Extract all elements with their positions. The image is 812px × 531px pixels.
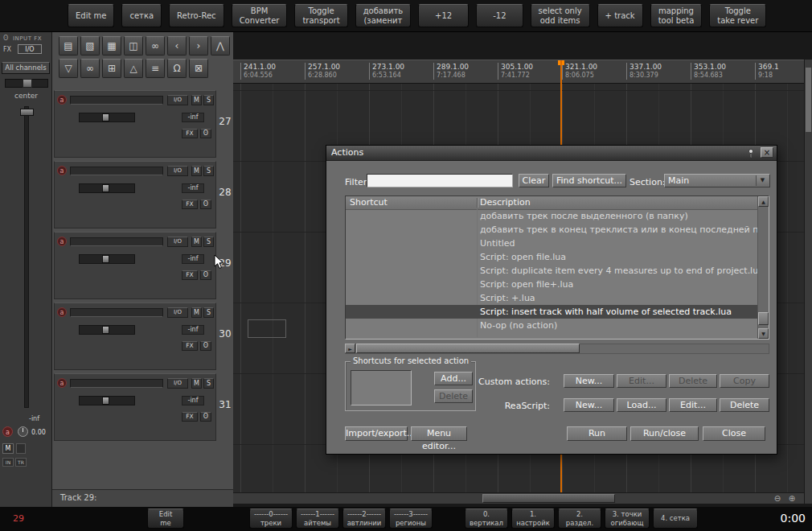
track-name-field[interactable]: [70, 237, 163, 246]
track-name-field[interactable]: [70, 308, 163, 317]
solo-button[interactable]: S: [203, 166, 214, 176]
custom-delete-button[interactable]: Delete: [669, 374, 717, 388]
bottom-button-tracks[interactable]: ------0------ треки: [249, 508, 293, 529]
toolbar-button-retro-rec[interactable]: Retro-Rec: [169, 4, 224, 27]
volume-readout[interactable]: -inf: [182, 396, 204, 405]
chevron-down-icon[interactable]: ▼: [756, 175, 769, 186]
copy-icon[interactable]: ◫: [124, 36, 143, 56]
master-io-button[interactable]: I/O: [18, 44, 42, 54]
fader-handle[interactable]: [102, 184, 109, 192]
scroll-right-icon[interactable]: ►: [345, 344, 355, 353]
bottom-button-regions[interactable]: ------3------ регионы: [389, 508, 433, 529]
mute-button[interactable]: M: [191, 307, 202, 318]
record-arm-button[interactable]: a: [57, 95, 67, 105]
list-vertical-scrollbar[interactable]: ▲ ▼: [757, 196, 769, 339]
toolbar-button-minus-12[interactable]: -12: [476, 4, 523, 27]
master-fader-handle[interactable]: [20, 109, 34, 116]
volume-readout[interactable]: -inf: [182, 325, 204, 335]
fx-button[interactable]: FX: [182, 129, 198, 138]
horizontal-scrollbar[interactable]: ⊖ ⊕: [233, 492, 804, 504]
column-divider[interactable]: [477, 198, 478, 208]
bottom-button-autolines[interactable]: ------2------ автлинии: [342, 508, 386, 529]
bottom-button-0-vertical[interactable]: 0. вертикал: [465, 508, 508, 529]
bottom-button-edit-me[interactable]: Edit me: [147, 508, 184, 529]
fx-power-button[interactable]: ʘ: [200, 412, 211, 422]
fx-power-button[interactable]: ʘ: [200, 129, 211, 138]
vertical-scrollbar[interactable]: [804, 60, 812, 504]
custom-new-button[interactable]: New...: [564, 374, 614, 388]
bottom-button-items[interactable]: ------1------ айтемы: [296, 508, 339, 529]
action-row[interactable]: добавить трек в конец треклиста или в ко…: [346, 223, 757, 237]
action-row[interactable]: Untitled: [346, 237, 757, 250]
action-row[interactable]: No-op (no action): [346, 319, 757, 332]
io-button[interactable]: I/O: [167, 166, 188, 176]
zoom-out-icon[interactable]: ⊖: [772, 493, 783, 504]
ripple-icon[interactable]: ≡: [146, 59, 165, 78]
shortcut-listbox[interactable]: [351, 370, 412, 405]
fx-power-button[interactable]: ʘ: [200, 270, 211, 280]
menu-editor-button[interactable]: Menu editor...: [411, 426, 467, 441]
master-power-icon[interactable]: ʘ: [3, 35, 8, 42]
fx-button[interactable]: FX: [182, 341, 198, 351]
toolbar-button-toggle-transport[interactable]: Toggle transport: [294, 4, 347, 27]
track-row[interactable]: a I/O M S -inf FX ʘ: [54, 232, 216, 299]
snap-icon[interactable]: Ω: [167, 59, 187, 78]
lock-icon[interactable]: ⊠: [189, 59, 208, 78]
scroll-up-icon[interactable]: ▲: [758, 196, 769, 207]
dialog-titlebar[interactable]: Actions ×: [326, 146, 777, 161]
fader-handle[interactable]: [102, 326, 109, 334]
scroll-down-icon[interactable]: ▼: [758, 328, 769, 339]
filter-icon[interactable]: ▽: [59, 59, 78, 78]
scrollbar-thumb[interactable]: [758, 312, 769, 325]
redo-icon[interactable]: ›: [189, 36, 208, 56]
delete-shortcut-button[interactable]: Delete: [434, 389, 473, 403]
volume-fader[interactable]: [79, 325, 135, 335]
close-icon[interactable]: ×: [761, 147, 773, 158]
master-fx-button[interactable]: FX: [3, 46, 11, 53]
add-shortcut-button[interactable]: Add...: [434, 372, 473, 385]
mute-button[interactable]: M: [191, 378, 202, 389]
fader-handle[interactable]: [102, 397, 109, 405]
action-list[interactable]: Shortcut Description добавить трек после…: [345, 196, 769, 340]
solo-button[interactable]: S: [203, 95, 214, 105]
scrollbar-thumb[interactable]: [482, 494, 615, 503]
bottom-button-4-grid[interactable]: 4. сетка: [653, 508, 698, 529]
fx-power-button[interactable]: ʘ: [200, 341, 211, 351]
master-aux-button[interactable]: [16, 443, 26, 454]
master-tr-button[interactable]: TR: [15, 458, 27, 467]
zoom-in-icon[interactable]: ⊕: [786, 493, 798, 504]
custom-edit-button[interactable]: Edit...: [617, 374, 666, 388]
action-row[interactable]: Script: open file.lua: [346, 250, 757, 264]
bottom-button-3-envelope-points[interactable]: 3. точки огибающ: [605, 508, 650, 529]
io-button[interactable]: I/O: [167, 237, 188, 247]
action-row[interactable]: Script: duplicate item every 4 measures …: [346, 264, 757, 278]
timeline-ruler[interactable]: 241.1.006:04.556 257.1.006:28.860 273.1.…: [233, 60, 804, 84]
run-button[interactable]: Run: [567, 426, 627, 441]
new-project-icon[interactable]: ▤: [59, 36, 78, 56]
action-row-selected[interactable]: Script: insert track with half volume of…: [346, 305, 757, 319]
mute-button[interactable]: M: [191, 237, 202, 247]
reascript-delete-button[interactable]: Delete: [720, 398, 769, 412]
toolbar-button-mapping-tool[interactable]: mapping tool beta: [650, 4, 703, 27]
bottom-button-1-settings[interactable]: 1. настройк: [511, 508, 555, 529]
fx-power-button[interactable]: ʘ: [200, 200, 211, 209]
toolbar-button-select-odd-items[interactable]: select only odd items: [531, 4, 590, 27]
reascript-load-button[interactable]: Load...: [617, 398, 666, 412]
track-row[interactable]: a I/O M S -inf FX ʘ: [54, 303, 216, 370]
action-row[interactable]: Script: +.lua: [346, 291, 757, 305]
track-row[interactable]: a I/O M S -inf FX ʘ: [54, 161, 216, 228]
close-button[interactable]: Close: [703, 426, 765, 441]
fader-handle[interactable]: [102, 113, 109, 121]
record-arm-button[interactable]: a: [57, 378, 67, 388]
clear-button[interactable]: Clear: [519, 174, 549, 187]
find-shortcut-button[interactable]: Find shortcut...: [552, 174, 626, 187]
filter-input[interactable]: [367, 174, 513, 187]
bottom-button-2-split[interactable]: 2. раздел.: [558, 508, 601, 529]
toolbar-button-bpm-converter[interactable]: BPM Converter: [232, 4, 288, 27]
run-close-button[interactable]: Run/close: [630, 426, 699, 441]
volume-readout[interactable]: -inf: [182, 254, 204, 264]
list-horizontal-scrollbar[interactable]: ◄ ►: [345, 344, 769, 354]
metronome-icon[interactable]: ⋀: [211, 36, 230, 56]
master-record-arm-button[interactable]: a: [2, 426, 13, 437]
volume-readout[interactable]: -inf: [182, 183, 204, 193]
